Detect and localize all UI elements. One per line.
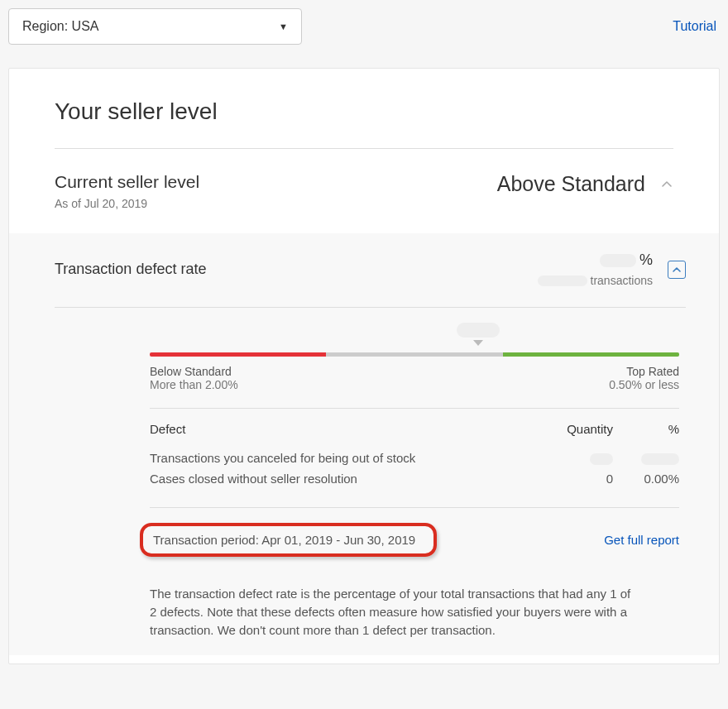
table-header-percent: % (613, 422, 679, 436)
percent-suffix: % (639, 252, 653, 269)
current-seller-level-date: As of Jul 20, 2019 (55, 197, 199, 210)
table-header-defect: Defect (150, 422, 539, 436)
gauge-segment-below (150, 352, 326, 357)
region-select-label: Region: USA (22, 19, 99, 34)
table-row: Transactions you canceled for being out … (150, 451, 679, 465)
gauge-current-value (457, 323, 500, 338)
tutorial-link[interactable]: Tutorial (673, 19, 716, 34)
table-header-quantity: Quantity (539, 422, 613, 436)
gauge-indicator (150, 323, 679, 352)
region-select[interactable]: Region: USA ▼ (8, 8, 302, 45)
chevron-down-icon (473, 340, 483, 346)
current-seller-level-label: Current seller level (55, 172, 199, 192)
defect-rate-description: The transaction defect rate is the perce… (150, 585, 638, 639)
gauge-top-label: Top Rated (609, 365, 679, 378)
get-full-report-link[interactable]: Get full report (604, 533, 679, 547)
transactions-label: transactions (591, 274, 653, 287)
table-row: Cases closed without seller resolution 0… (150, 472, 679, 486)
chevron-down-icon: ▼ (279, 22, 288, 31)
defect-row-pct: 0.00% (613, 472, 679, 486)
chevron-up-icon (660, 178, 673, 191)
collapse-icon[interactable] (668, 261, 686, 279)
transaction-period-text: Transaction period: Apr 01, 2019 - Jun 3… (153, 533, 415, 547)
defect-rate-gauge (150, 352, 679, 357)
current-seller-level-row[interactable]: Current seller level As of Jul 20, 2019 … (55, 149, 673, 233)
seller-level-value: Above Standard (497, 172, 645, 196)
defect-row-label: Transactions you canceled for being out … (150, 451, 539, 465)
transaction-period-highlight: Transaction period: Apr 01, 2019 - Jun 3… (140, 523, 437, 557)
gauge-segment-mid (326, 352, 502, 357)
defect-row-qty (590, 453, 613, 465)
defect-row-pct (641, 453, 679, 465)
defect-row-label: Cases closed without seller resolution (150, 472, 539, 486)
gauge-segment-top (503, 352, 679, 357)
top-bar: Region: USA ▼ Tutorial (0, 0, 728, 53)
defect-rate-section: Transaction defect rate % transactions (9, 233, 719, 655)
defect-rate-percent-value (600, 254, 636, 267)
gauge-top-threshold: 0.50% or less (609, 378, 679, 391)
defect-table: Defect Quantity % Transactions you cance… (150, 409, 679, 508)
panel-title: Your seller level (55, 98, 673, 149)
gauge-below-label: Below Standard (150, 365, 238, 378)
defect-rate-title: Transaction defect rate (55, 261, 206, 278)
transactions-count-value (538, 275, 587, 286)
gauge-below-threshold: More than 2.00% (150, 378, 238, 391)
seller-level-card: Your seller level Current seller level A… (8, 68, 720, 664)
defect-rate-stats: % transactions (538, 252, 653, 287)
defect-row-qty: 0 (539, 472, 613, 486)
